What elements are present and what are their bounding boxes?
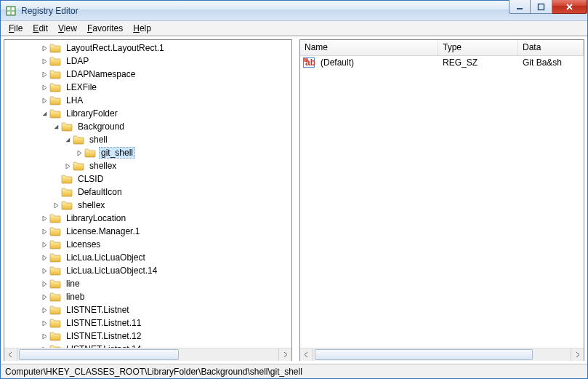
expand-icon[interactable]: [39, 266, 49, 276]
tree-item[interactable]: LayoutRect.LayoutRect.1: [4, 41, 291, 55]
collapse-icon[interactable]: [39, 108, 49, 119]
expand-icon[interactable]: [39, 344, 49, 348]
tree-item[interactable]: git_shell: [4, 146, 291, 159]
expand-icon[interactable]: [39, 292, 49, 302]
tree-item-label[interactable]: LISTNET.Listnet.11: [64, 317, 143, 329]
tree-item-label[interactable]: LEXFile: [64, 81, 99, 93]
svg-rect-9: [539, 4, 544, 9]
expand-icon[interactable]: [39, 43, 49, 53]
tree-item-label[interactable]: LibraryFolder: [64, 108, 120, 119]
tree-hscrollbar[interactable]: [4, 348, 291, 360]
tree-item[interactable]: LDAP: [4, 55, 291, 68]
maximize-button[interactable]: [531, 0, 552, 14]
tree-item[interactable]: LibraryFolder: [4, 107, 291, 120]
expand-icon[interactable]: [39, 82, 49, 92]
tree-item-label[interactable]: DefaultIcon: [76, 186, 124, 198]
tree-item[interactable]: shellex: [4, 199, 291, 212]
menu-file[interactable]: File: [4, 22, 28, 35]
svg-rect-8: [517, 8, 523, 9]
registry-tree[interactable]: LayoutRect.LayoutRect.1LDAPLDAPNamespace…: [4, 40, 291, 348]
expand-icon[interactable]: [39, 213, 49, 223]
values-list[interactable]: (Default)REG_SZGit Ba&sh: [300, 56, 584, 348]
expand-icon[interactable]: [39, 318, 49, 328]
tree-item[interactable]: LibraryLocation: [4, 212, 291, 225]
tree-item-label[interactable]: LISTNET.Listnet.14: [64, 343, 143, 348]
scroll-left-icon[interactable]: [300, 348, 313, 361]
tree-item[interactable]: Background: [4, 120, 291, 133]
expand-icon[interactable]: [51, 200, 61, 210]
scroll-right-icon[interactable]: [279, 348, 291, 361]
tree-item[interactable]: CLSID: [4, 172, 291, 185]
tree-item[interactable]: LISTNET.Listnet.12: [4, 330, 291, 343]
menu-help[interactable]: Help: [128, 22, 156, 35]
value-row[interactable]: (Default)REG_SZGit Ba&sh: [300, 56, 584, 69]
tree-item[interactable]: LicLua.LicLuaObject.14: [4, 264, 291, 277]
expand-icon[interactable]: [39, 252, 49, 263]
expand-icon[interactable]: [39, 331, 49, 341]
tree-item[interactable]: LISTNET.Listnet.11: [4, 316, 291, 330]
expand-icon[interactable]: [39, 239, 49, 250]
minimize-button[interactable]: [509, 0, 531, 14]
scroll-thumb[interactable]: [19, 349, 179, 360]
values-hscrollbar[interactable]: [300, 348, 584, 360]
expand-icon[interactable]: [39, 56, 49, 66]
tree-item-label[interactable]: CLSID: [76, 173, 105, 185]
tree-item[interactable]: LISTNET.Listnet: [4, 303, 291, 316]
close-button[interactable]: [552, 0, 587, 14]
tree-item[interactable]: shell: [4, 133, 291, 146]
tree-item-label[interactable]: LISTNET.Listnet: [64, 304, 132, 316]
menu-edit[interactable]: Edit: [28, 22, 53, 35]
tree-item[interactable]: DefaultIcon: [4, 185, 291, 199]
tree-item-label[interactable]: LDAP: [64, 55, 91, 67]
expand-icon[interactable]: [63, 161, 73, 171]
menu-view[interactable]: View: [53, 22, 82, 35]
scroll-track[interactable]: [313, 348, 571, 361]
collapse-icon[interactable]: [51, 121, 61, 132]
tree-item-label[interactable]: LicLua.LicLuaObject.14: [64, 265, 159, 276]
tree-item[interactable]: line: [4, 277, 291, 290]
expand-icon[interactable]: [39, 279, 49, 289]
tree-item-label[interactable]: line: [64, 278, 82, 290]
tree-item[interactable]: LISTNET.Listnet.14: [4, 343, 291, 348]
tree-item[interactable]: Licenses: [4, 238, 291, 251]
tree-item-label[interactable]: lineb: [64, 291, 86, 303]
tree-item[interactable]: License.Manager.1: [4, 225, 291, 238]
tree-item-label[interactable]: LayoutRect.LayoutRect.1: [64, 42, 166, 54]
scroll-left-icon[interactable]: [4, 348, 17, 361]
scroll-right-icon[interactable]: [571, 348, 584, 361]
tree-item-label[interactable]: Licenses: [64, 239, 102, 250]
tree-item-label[interactable]: LISTNET.Listnet.12: [64, 330, 143, 342]
expand-icon[interactable]: [74, 148, 84, 158]
expand-icon[interactable]: [39, 95, 49, 105]
titlebar[interactable]: Registry Editor: [1, 1, 587, 21]
tree-item[interactable]: LDAPNamespace: [4, 68, 291, 81]
tree-item-label[interactable]: LDAPNamespace: [64, 68, 137, 80]
collapse-icon[interactable]: [63, 135, 73, 145]
scroll-track[interactable]: [17, 348, 279, 361]
expand-icon[interactable]: [39, 226, 49, 236]
tree-item-label[interactable]: shellex: [87, 160, 118, 172]
tree-item-label[interactable]: shellex: [76, 199, 107, 211]
tree-item[interactable]: lineb: [4, 290, 291, 303]
tree-item[interactable]: LicLua.LicLuaObject: [4, 251, 291, 264]
expand-icon[interactable]: [39, 305, 49, 315]
menu-favorites[interactable]: Favorites: [82, 22, 128, 35]
tree-item-label[interactable]: shell: [87, 134, 110, 145]
tree-item-label[interactable]: git_shell: [99, 147, 135, 159]
folder-icon: [61, 121, 73, 132]
scroll-thumb[interactable]: [315, 349, 533, 360]
col-name[interactable]: Name: [300, 40, 438, 55]
tree-item-label[interactable]: LHA: [64, 95, 85, 106]
tree-item[interactable]: shellex: [4, 159, 291, 172]
tree-item-label[interactable]: License.Manager.1: [64, 226, 142, 237]
tree-item-label[interactable]: LibraryLocation: [64, 212, 128, 224]
splitter[interactable]: [295, 36, 297, 364]
tree-item-label[interactable]: LicLua.LicLuaObject: [64, 252, 148, 263]
tree-item[interactable]: LEXFile: [4, 81, 291, 94]
col-data[interactable]: Data: [518, 40, 584, 55]
col-type[interactable]: Type: [438, 40, 518, 55]
tree-item-label[interactable]: Background: [76, 121, 126, 132]
expand-icon[interactable]: [39, 69, 49, 79]
folder-icon: [61, 200, 73, 210]
tree-item[interactable]: LHA: [4, 94, 291, 107]
